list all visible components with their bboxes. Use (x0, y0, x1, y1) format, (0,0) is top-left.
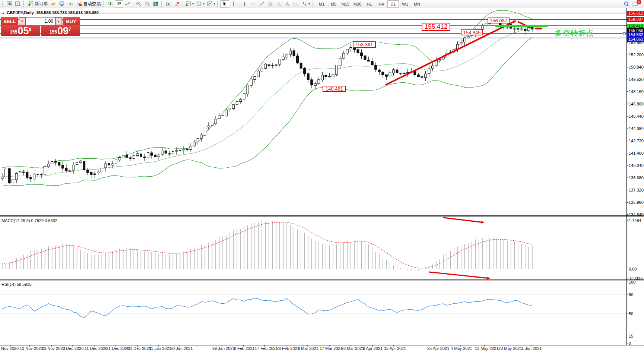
chart-canvas[interactable] (0, 8, 644, 351)
bar-chart-icon (107, 1, 114, 7)
toolbar-drag-handle[interactable] (312, 1, 314, 7)
trend-arrow[interactable] (429, 272, 489, 278)
search-button[interactable] (622, 0, 631, 8)
zoom-in-icon (136, 1, 142, 7)
toolbar-drag-handle[interactable] (23, 1, 25, 7)
candlestick-chart-icon (116, 1, 122, 7)
toolbar-drag-handle[interactable] (103, 1, 105, 7)
volume-input[interactable]: 1.00 (26, 18, 55, 25)
sell-price-display[interactable]: 155059 (1, 26, 40, 36)
auto-trading-label: 自动交易 (83, 1, 101, 7)
sell-price-prefix: 155 (10, 29, 17, 35)
zoom-out-button[interactable] (143, 0, 152, 8)
gold-nugget-icon (50, 1, 57, 7)
gold-nugget-button[interactable] (49, 0, 58, 8)
crosshair-icon (230, 1, 237, 7)
periods-button[interactable]: ▾ (195, 0, 206, 8)
crosshair-button[interactable] (229, 0, 238, 8)
one-click-trading-panel: SELL ▼ 1.00 ▲ BUY 155059 155097 (1, 17, 80, 36)
timeframe-d1-button[interactable]: D1 (387, 0, 399, 8)
mt4-window: { "toolbar": { "new_order_label": "新订单",… (0, 0, 644, 351)
chat-button[interactable]: 1 (631, 0, 640, 8)
timeframe-mn-button[interactable]: MN (411, 0, 423, 8)
text-icon: A (284, 1, 291, 7)
indicators-button[interactable]: ▾ (184, 0, 195, 8)
toolbar-drag-handle[interactable] (217, 1, 219, 7)
chart-shift-button[interactable] (173, 0, 181, 8)
red-dash-mark[interactable] (535, 28, 542, 29)
line-chart-icon (124, 1, 131, 7)
symbol-period-label: GBPJPY,Daily (7, 10, 34, 15)
sell-button[interactable]: SELL (1, 17, 18, 25)
text-label-icon: T (293, 1, 299, 7)
symbol-marker-icon: ▲ (2, 12, 4, 15)
signals-button[interactable] (66, 0, 75, 8)
chevron-down-icon: ▾ (308, 3, 310, 6)
buy-button[interactable]: BUY (63, 17, 80, 25)
buy-price-prefix: 155 (50, 29, 57, 35)
trend-arrow[interactable] (386, 21, 515, 85)
indicator-panes (0, 220, 626, 336)
line-drag-handle[interactable] (623, 32, 625, 35)
cursor-button[interactable] (221, 0, 229, 8)
timeframe-w1-button[interactable]: W1 (399, 0, 411, 8)
chart-title: ▲ GBPJPY,Daily 155.585 155.733 155.018 1… (2, 10, 99, 15)
templates-button[interactable]: ▾ (206, 0, 216, 8)
timeframe-h1-button[interactable]: H1 (364, 0, 375, 8)
horizontal-line-icon (250, 1, 256, 7)
tile-windows-icon (153, 1, 159, 7)
text-button[interactable]: A (283, 0, 292, 8)
fibonacci-button[interactable]: F (275, 0, 283, 8)
new-order-label: 新订单 (35, 1, 48, 7)
bollinger-bands (2, 10, 532, 186)
cursor-icon (222, 1, 228, 7)
search-icon (623, 1, 630, 7)
text-label-button[interactable]: T (292, 0, 300, 8)
timeframe-h4-button[interactable]: H4 (375, 0, 387, 8)
volume-stepper: ▼ 1.00 ▲ (19, 17, 62, 25)
profiles-button[interactable] (14, 0, 22, 8)
sell-price-big: 05 (18, 26, 29, 35)
equidistant-channel-button[interactable]: E (266, 0, 275, 8)
timeframe-m5-button[interactable]: M5 (328, 0, 339, 8)
new-chart-button[interactable] (5, 0, 14, 8)
vertical-line-button[interactable] (240, 0, 249, 8)
new-chart-icon (6, 1, 13, 7)
chevron-down-icon: ▾ (192, 3, 194, 6)
new-order-button[interactable]: 新订单 (26, 0, 49, 8)
new-order-icon (28, 1, 34, 7)
auto-trading-icon (76, 1, 82, 7)
timeframe-m1-button[interactable]: M1 (316, 0, 327, 8)
terminal-button[interactable] (58, 0, 66, 8)
bar-chart-button[interactable] (106, 0, 115, 8)
line-chart-button[interactable] (123, 0, 132, 8)
trendline-icon (258, 1, 265, 7)
volume-decrement-button[interactable]: ▼ (19, 18, 25, 25)
buy-price-display[interactable]: 155097 (41, 26, 80, 36)
chevron-down-icon: ▾ (214, 3, 215, 6)
axes (0, 8, 644, 347)
arrows-button[interactable]: ▾ (300, 0, 311, 8)
auto-scroll-button[interactable] (164, 0, 173, 8)
chart-shift-icon (174, 1, 180, 7)
analyst-drawings[interactable] (386, 21, 548, 278)
highlight-bar[interactable] (495, 25, 548, 27)
trend-arrow[interactable] (443, 218, 483, 222)
timeframe-m15-button[interactable]: M15 (340, 0, 351, 8)
horizontal-line-button[interactable] (249, 0, 257, 8)
toolbar-drag-handle[interactable] (2, 1, 4, 7)
notification-badge: 1 (637, 0, 641, 4)
chart-profile-icon (15, 1, 21, 7)
zoom-in-button[interactable] (134, 0, 143, 8)
buy-price-big: 09 (57, 26, 69, 35)
chevron-down-icon: ▾ (203, 3, 204, 6)
buy-price-sup: 7 (69, 27, 71, 32)
timeframe-m30-button[interactable]: M30 (352, 0, 363, 8)
candlestick-chart-button[interactable] (115, 0, 123, 8)
toolbar-drag-handle[interactable] (161, 1, 163, 7)
trendline-button[interactable] (257, 0, 266, 8)
auto-trading-button[interactable]: 自动交易 (75, 0, 102, 8)
clock-icon (196, 1, 202, 7)
volume-increment-button[interactable]: ▲ (55, 18, 62, 25)
tile-windows-button[interactable] (152, 0, 160, 8)
